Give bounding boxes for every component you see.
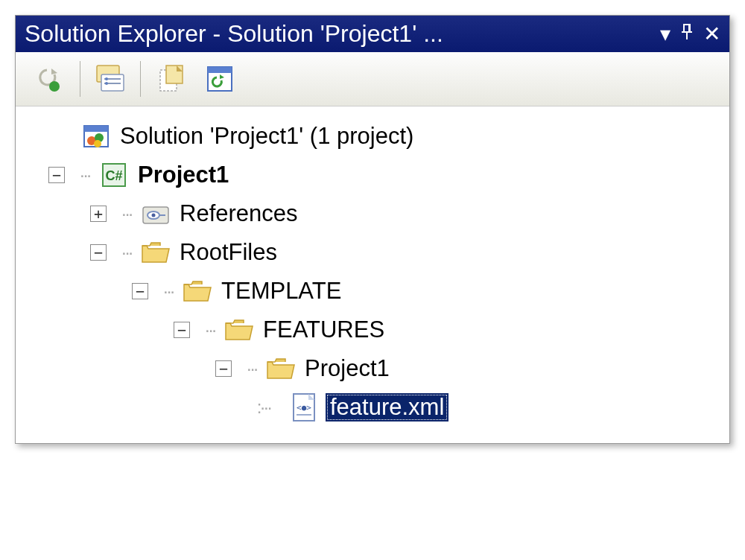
- template-label: TEMPLATE: [218, 277, 344, 305]
- pin-icon[interactable]: [679, 22, 694, 46]
- close-icon[interactable]: ✕: [703, 22, 720, 46]
- refresh-button[interactable]: [200, 60, 239, 98]
- show-all-files-button[interactable]: [151, 60, 190, 98]
- collapse-icon[interactable]: −: [174, 322, 190, 338]
- titlebar: Solution Explorer - Solution 'Project1' …: [16, 16, 729, 52]
- svg-point-10: [105, 77, 108, 80]
- feature-xml-label: feature.xml: [326, 393, 448, 421]
- toolbar-separator: [80, 61, 80, 97]
- svg-rect-19: [84, 126, 108, 132]
- folder-open-icon: [223, 314, 256, 346]
- svg-rect-13: [166, 66, 183, 83]
- collapse-icon[interactable]: −: [132, 283, 148, 299]
- solution-explorer-panel: Solution Explorer - Solution 'Project1' …: [15, 15, 730, 444]
- solution-tree: Solution 'Project1' (1 project) − ··· C#…: [16, 106, 729, 443]
- svg-point-27: [152, 214, 156, 217]
- tree-node-references[interactable]: + ··· References: [38, 196, 714, 232]
- features-label: FEATURES: [260, 316, 387, 344]
- svg-text:<●>: <●>: [297, 403, 311, 413]
- expand-icon[interactable]: +: [90, 206, 107, 222]
- references-label: References: [177, 200, 301, 228]
- toolbar-separator: [140, 61, 141, 97]
- rootfiles-label: RootFiles: [177, 238, 280, 267]
- dropdown-icon[interactable]: ▾: [660, 22, 670, 46]
- tree-node-feature-xml[interactable]: :··· <●> feature.xml: [38, 389, 714, 425]
- titlebar-text: Solution Explorer - Solution 'Project1' …: [25, 20, 660, 48]
- collapse-icon[interactable]: −: [215, 360, 232, 377]
- tree-node-rootfiles[interactable]: − ··· RootFiles: [38, 235, 714, 270]
- csharp-project-icon: C#: [98, 159, 130, 191]
- solution-icon: [80, 120, 112, 153]
- tree-node-project[interactable]: − ··· C# Project1: [38, 157, 714, 193]
- svg-point-22: [94, 140, 101, 147]
- tree-node-features[interactable]: − ··· FEATURES: [38, 312, 714, 348]
- svg-point-11: [105, 82, 108, 85]
- refresh-status-button[interactable]: [31, 60, 69, 98]
- folder-open-icon: [264, 352, 297, 385]
- project-label: Project1: [135, 161, 232, 189]
- svg-rect-1: [688, 25, 691, 32]
- svg-rect-16: [208, 67, 232, 73]
- xml-file-icon: <●>: [288, 391, 321, 424]
- svg-marker-4: [51, 69, 57, 74]
- references-icon: [139, 197, 172, 230]
- titlebar-controls: ▾ ✕: [660, 22, 720, 46]
- toolbar: [16, 52, 729, 106]
- tree-node-template[interactable]: − ··· TEMPLATE: [38, 273, 714, 309]
- solution-label: Solution 'Project1' (1 project): [117, 122, 416, 150]
- project-folder-label: Project1: [302, 354, 393, 383]
- properties-button[interactable]: [91, 60, 130, 98]
- collapse-icon[interactable]: −: [48, 167, 65, 183]
- tree-node-project-folder[interactable]: − ··· Project1: [38, 351, 714, 386]
- svg-text:C#: C#: [106, 168, 123, 183]
- tree-node-solution[interactable]: Solution 'Project1' (1 project): [38, 118, 714, 154]
- svg-point-5: [49, 81, 60, 92]
- folder-open-icon: [139, 236, 172, 269]
- folder-open-icon: [181, 275, 214, 308]
- collapse-icon[interactable]: −: [90, 244, 107, 261]
